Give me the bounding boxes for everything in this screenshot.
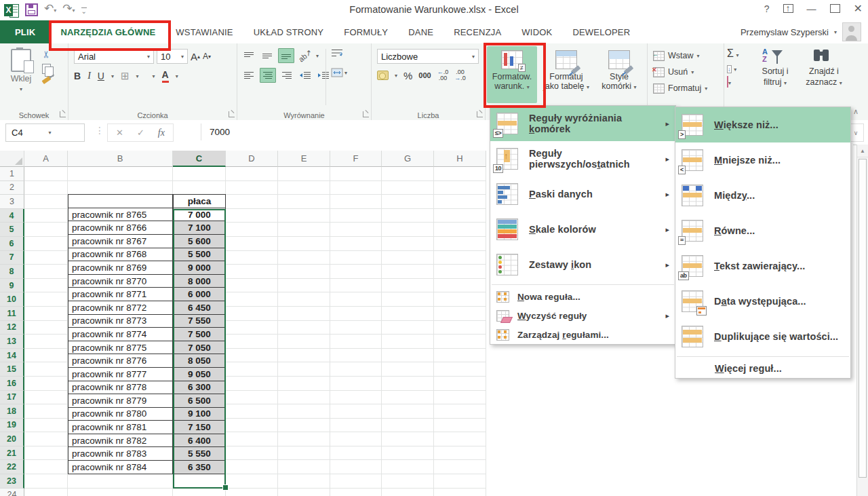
grid-cell-G8[interactable] xyxy=(382,265,434,279)
grid-cell-F3[interactable] xyxy=(330,195,382,209)
grid-cell-E18[interactable] xyxy=(278,404,330,419)
merge-center-icon[interactable]: ▾ xyxy=(331,68,347,77)
formula-bar-grip[interactable]: ⋮ xyxy=(95,125,104,136)
font-name-select[interactable]: Arial▾ xyxy=(74,49,154,64)
fill-color-chevron-icon[interactable]: ▾ xyxy=(153,73,155,79)
grid-cell-A17[interactable] xyxy=(24,391,68,405)
name-box-chevron-icon[interactable]: ▾ xyxy=(43,130,85,136)
cell-C23[interactable]: 6 350 xyxy=(173,460,226,474)
grid-cell-A20[interactable] xyxy=(24,432,68,446)
grid-cell-C23[interactable] xyxy=(173,474,226,489)
cell-C14[interactable]: 7 050 xyxy=(173,341,226,355)
grid-cell-C2[interactable] xyxy=(173,181,226,195)
grid-cell-F4[interactable] xyxy=(330,209,382,223)
row-header-12[interactable]: 12 xyxy=(0,321,24,335)
grid-cell-E5[interactable] xyxy=(278,223,330,237)
ribbon-tab-dane[interactable]: DANE xyxy=(398,20,443,43)
align-left-icon[interactable] xyxy=(241,69,256,82)
grid-cell-H10[interactable] xyxy=(434,292,486,307)
grid-cell-A1[interactable] xyxy=(24,167,68,181)
row-header-8[interactable]: 8 xyxy=(0,265,24,279)
grid-cell-F8[interactable] xyxy=(330,265,382,279)
grid-cell-F23[interactable] xyxy=(330,474,382,489)
cell-B3[interactable] xyxy=(68,194,173,208)
vertical-scrollbar[interactable]: ▲ xyxy=(856,145,868,496)
user-name[interactable]: Przemyslaw Szyperski xyxy=(741,27,829,37)
grid-cell-F13[interactable] xyxy=(330,335,382,349)
grid-cell-A13[interactable] xyxy=(24,335,68,349)
row-header-14[interactable]: 14 xyxy=(0,349,24,363)
cell-C11[interactable]: 6 450 xyxy=(173,301,226,315)
delete-cells-button[interactable]: Usuń▾ xyxy=(648,64,724,80)
grid-cell-F20[interactable] xyxy=(330,432,382,446)
copy-icon[interactable] xyxy=(42,64,51,74)
cell-C15[interactable]: 8 050 xyxy=(173,354,226,368)
grid-cell-F11[interactable] xyxy=(330,307,382,321)
grid-cell-E13[interactable] xyxy=(278,335,330,349)
grid-cell-C24[interactable] xyxy=(173,489,226,496)
grid-cell-F2[interactable] xyxy=(330,181,382,195)
grid-cell-A24[interactable] xyxy=(24,489,68,496)
grid-cell-F17[interactable] xyxy=(330,391,382,405)
cell-C9[interactable]: 8 000 xyxy=(173,274,226,288)
row-header-2[interactable]: 2 xyxy=(0,181,24,195)
grid-cell-H4[interactable] xyxy=(434,209,486,223)
cell-B14[interactable]: pracownik nr 8775 xyxy=(68,341,173,355)
ribbon-tab-recenzja[interactable]: RECENZJA xyxy=(443,20,511,43)
grid-cell-H2[interactable] xyxy=(434,181,486,195)
underline-chevron-icon[interactable]: ▾ xyxy=(111,73,114,79)
grid-cell-H19[interactable] xyxy=(434,419,486,433)
column-header-A[interactable]: A xyxy=(24,151,68,167)
grid-cell-F7[interactable] xyxy=(330,251,382,265)
grid-cell-G20[interactable] xyxy=(382,432,434,446)
row-header-11[interactable]: 11 xyxy=(0,307,24,321)
grid-cell-B24[interactable] xyxy=(68,489,173,496)
grid-cell-E4[interactable] xyxy=(278,209,330,223)
grid-cell-G12[interactable] xyxy=(382,321,434,335)
align-bottom-icon[interactable] xyxy=(278,48,294,63)
menu-item-zestawy-ikon[interactable]: Zestawy ikon▸ xyxy=(490,247,675,282)
format-cells-button[interactable]: Formatuj▾ xyxy=(648,80,724,96)
column-header-C[interactable]: C xyxy=(173,151,226,167)
font-color-chevron-icon[interactable]: ▾ xyxy=(176,73,178,79)
row-header-13[interactable]: 13 xyxy=(0,335,24,349)
grid-cell-A22[interactable] xyxy=(24,460,68,474)
menu-item-skale-kolorów[interactable]: Skale kolorów▸ xyxy=(490,212,675,247)
cell-C20[interactable]: 7 150 xyxy=(173,420,226,434)
collapse-ribbon-icon[interactable]: ∧ xyxy=(853,107,859,116)
grid-cell-D19[interactable] xyxy=(226,419,278,433)
grid-cell-E23[interactable] xyxy=(278,474,330,489)
grid-cell-H12[interactable] xyxy=(434,321,486,335)
grid-cell-A12[interactable] xyxy=(24,321,68,335)
clear-button[interactable]: ▾ xyxy=(727,77,739,87)
ribbon-tab-widok[interactable]: WIDOK xyxy=(511,20,562,43)
cell-B18[interactable]: pracownik nr 8779 xyxy=(68,394,173,408)
grid-cell-A9[interactable] xyxy=(24,279,68,293)
decrease-decimal-icon[interactable]: .00→.0 xyxy=(454,69,466,81)
grid-cell-F22[interactable] xyxy=(330,460,382,474)
cut-icon[interactable]: ✂ xyxy=(41,50,52,58)
cell-B19[interactable]: pracownik nr 8780 xyxy=(68,407,173,421)
grid-cell-D2[interactable] xyxy=(226,181,278,195)
grid-cell-D1[interactable] xyxy=(226,167,278,181)
cell-C18[interactable]: 6 500 xyxy=(173,394,226,408)
grow-font-icon[interactable]: A▴ xyxy=(191,51,200,62)
close-icon[interactable]: ✕ xyxy=(854,2,863,15)
grid-cell-D21[interactable] xyxy=(226,446,278,461)
grid-cell-D15[interactable] xyxy=(226,362,278,377)
grid-cell-E16[interactable] xyxy=(278,377,330,391)
row-header-1[interactable]: 1 xyxy=(0,167,24,181)
row-header-22[interactable]: 22 xyxy=(0,460,24,474)
grid-cell-G14[interactable] xyxy=(382,349,434,363)
grid-cell-F18[interactable] xyxy=(330,404,382,419)
menu-item-zarządzaj-regułami[interactable]: Zarządzaj regułami... xyxy=(490,325,675,344)
grid-cell-A3[interactable] xyxy=(24,195,68,209)
cell-C12[interactable]: 7 550 xyxy=(173,314,226,328)
ribbon-tab-plik[interactable]: PLIK xyxy=(0,20,50,43)
cell-B10[interactable]: pracownik nr 8771 xyxy=(68,287,173,301)
grid-cell-A18[interactable] xyxy=(24,404,68,419)
fill-handle[interactable] xyxy=(222,484,229,491)
menu-item-równe[interactable]: =Równe... xyxy=(675,213,850,248)
grid-cell-A14[interactable] xyxy=(24,349,68,363)
column-header-B[interactable]: B xyxy=(68,151,173,167)
